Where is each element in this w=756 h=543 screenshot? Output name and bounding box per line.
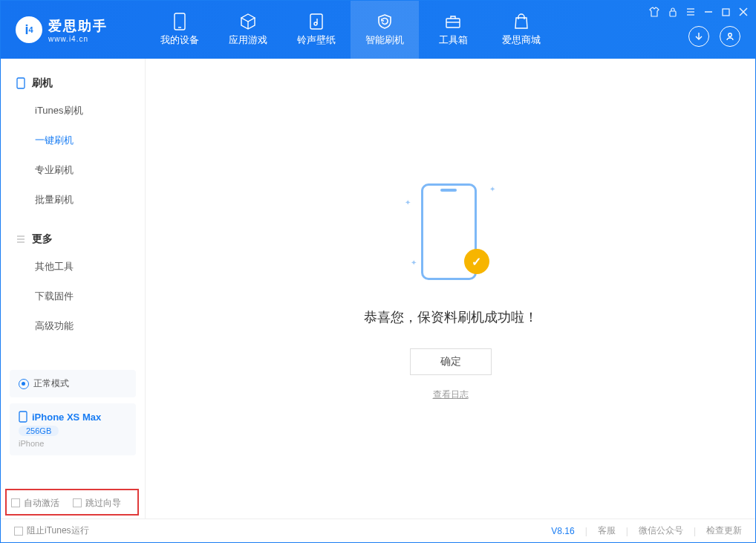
- svg-rect-20: [19, 412, 27, 422]
- title-action-buttons: [688, 26, 740, 47]
- nav-label: 铃声壁纸: [297, 33, 336, 47]
- device-capacity: 256GB: [19, 426, 59, 436]
- success-illustration: ✦ ✦ ✦ ✓: [406, 176, 495, 287]
- checkbox-icon: [73, 498, 82, 507]
- list-icon: [16, 234, 26, 244]
- link-wechat[interactable]: 微信公众号: [639, 524, 683, 537]
- nav-label: 应用游戏: [229, 33, 267, 47]
- checkbox-auto-activate[interactable]: 自动激活: [11, 497, 59, 510]
- svg-rect-2: [310, 14, 322, 29]
- toolbox-icon: [444, 13, 462, 30]
- maximize-button[interactable]: [722, 8, 730, 16]
- logo-icon: i4: [16, 16, 42, 43]
- sparkle-icon: ✦: [411, 259, 417, 267]
- checkbox-icon: [11, 498, 20, 507]
- ok-button[interactable]: 确定: [410, 348, 492, 375]
- check-badge-icon: ✓: [464, 249, 489, 274]
- app-title: 爱思助手: [48, 17, 108, 35]
- sidebar-bottom-panel: 正常模式 iPhone XS Max 256GB iPhone: [10, 370, 136, 455]
- device-type: iPhone: [19, 439, 127, 448]
- phone-small-icon: [16, 78, 26, 88]
- body: 刷机 iTunes刷机 一键刷机 专业刷机 批量刷机 更多 其他工具 下载固件 …: [1, 59, 755, 518]
- phone-icon: [19, 411, 27, 423]
- app-window: i4 爱思助手 www.i4.cn 我的设备 应用游戏 铃声壁纸 智能刷机: [0, 0, 756, 543]
- sidebar-item-advanced[interactable]: 高级功能: [35, 311, 145, 341]
- svg-rect-11: [723, 9, 729, 16]
- nav-label: 爱思商城: [502, 33, 541, 47]
- nav-apps[interactable]: 应用游戏: [214, 1, 282, 59]
- status-left: 阻止iTunes运行: [14, 524, 89, 537]
- sparkle-icon: ✦: [489, 185, 495, 193]
- nav-store[interactable]: 爱思商城: [487, 1, 555, 59]
- svg-rect-4: [446, 19, 460, 27]
- status-bar: 阻止iTunes运行 V8.16 | 客服 | 微信公众号 | 检查更新: [1, 518, 755, 542]
- sidebar-section-flash: 刷机 iTunes刷机 一键刷机 专业刷机 批量刷机: [1, 59, 145, 215]
- sidebar-item-pro-flash[interactable]: 专业刷机: [35, 155, 145, 185]
- device-icon: [171, 13, 189, 30]
- sidebar-item-download-firmware[interactable]: 下载固件: [35, 282, 145, 311]
- svg-point-3: [314, 22, 317, 25]
- music-file-icon: [307, 13, 325, 30]
- svg-rect-16: [17, 78, 25, 88]
- menu-icon[interactable]: [686, 7, 695, 16]
- sidebar-item-other-tools[interactable]: 其他工具: [35, 252, 145, 282]
- checkbox-icon: [14, 527, 23, 536]
- close-button[interactable]: [739, 7, 748, 16]
- view-log-link[interactable]: 查看日志: [433, 388, 469, 401]
- download-button[interactable]: [688, 26, 709, 47]
- logo[interactable]: i4 爱思助手 www.i4.cn: [1, 16, 146, 43]
- sidebar-item-batch-flash[interactable]: 批量刷机: [35, 185, 145, 215]
- user-button[interactable]: [720, 26, 740, 47]
- success-message: 恭喜您，保资料刷机成功啦！: [364, 308, 538, 326]
- sidebar-header-flash[interactable]: 刷机: [1, 71, 145, 96]
- bag-icon: [512, 13, 530, 30]
- nav-ringtones[interactable]: 铃声壁纸: [282, 1, 351, 59]
- nav-my-device[interactable]: 我的设备: [146, 1, 214, 59]
- minimize-button[interactable]: [704, 7, 713, 16]
- sidebar-section-more: 更多 其他工具 下载固件 高级功能: [1, 215, 145, 341]
- sidebar-item-itunes-flash[interactable]: iTunes刷机: [35, 96, 145, 126]
- window-controls-top: [649, 7, 748, 17]
- svg-point-15: [729, 33, 731, 36]
- svg-rect-6: [670, 11, 676, 16]
- checkbox-row: 自动激活 跳过向导: [1, 487, 145, 518]
- checkbox-block-itunes[interactable]: 阻止iTunes运行: [14, 524, 89, 537]
- device-name: iPhone XS Max: [32, 412, 101, 423]
- nav-flash[interactable]: 智能刷机: [351, 1, 419, 59]
- titlebar: i4 爱思助手 www.i4.cn 我的设备 应用游戏 铃声壁纸 智能刷机: [1, 1, 755, 59]
- nav-label: 智能刷机: [365, 33, 404, 47]
- app-subtitle: www.i4.cn: [48, 35, 108, 43]
- cube-icon: [239, 13, 257, 30]
- sidebar-header-more[interactable]: 更多: [1, 227, 145, 252]
- link-support[interactable]: 客服: [598, 524, 616, 537]
- tshirt-icon[interactable]: [649, 7, 659, 17]
- sidebar: 刷机 iTunes刷机 一键刷机 专业刷机 批量刷机 更多 其他工具 下载固件 …: [1, 59, 146, 518]
- sparkle-icon: ✦: [405, 198, 411, 207]
- nav-label: 工具箱: [439, 33, 468, 47]
- mode-box[interactable]: 正常模式: [10, 370, 136, 397]
- top-nav: 我的设备 应用游戏 铃声壁纸 智能刷机 工具箱 爱思商城: [146, 1, 555, 59]
- mode-label: 正常模式: [33, 377, 69, 390]
- lock-icon[interactable]: [668, 7, 677, 17]
- nav-label: 我的设备: [160, 33, 199, 47]
- refresh-shield-icon: [376, 13, 394, 30]
- main-panel: ✦ ✦ ✦ ✓ 恭喜您，保资料刷机成功啦！ 确定 查看日志: [146, 59, 755, 518]
- version-label: V8.16: [551, 526, 574, 536]
- device-box[interactable]: iPhone XS Max 256GB iPhone: [10, 403, 136, 455]
- sidebar-item-oneclick-flash[interactable]: 一键刷机: [35, 126, 145, 155]
- status-right: V8.16 | 客服 | 微信公众号 | 检查更新: [551, 524, 742, 537]
- checkbox-skip-guide[interactable]: 跳过向导: [73, 497, 121, 510]
- mode-dot-icon: [19, 379, 29, 389]
- nav-toolbox[interactable]: 工具箱: [419, 1, 487, 59]
- link-update[interactable]: 检查更新: [706, 524, 742, 537]
